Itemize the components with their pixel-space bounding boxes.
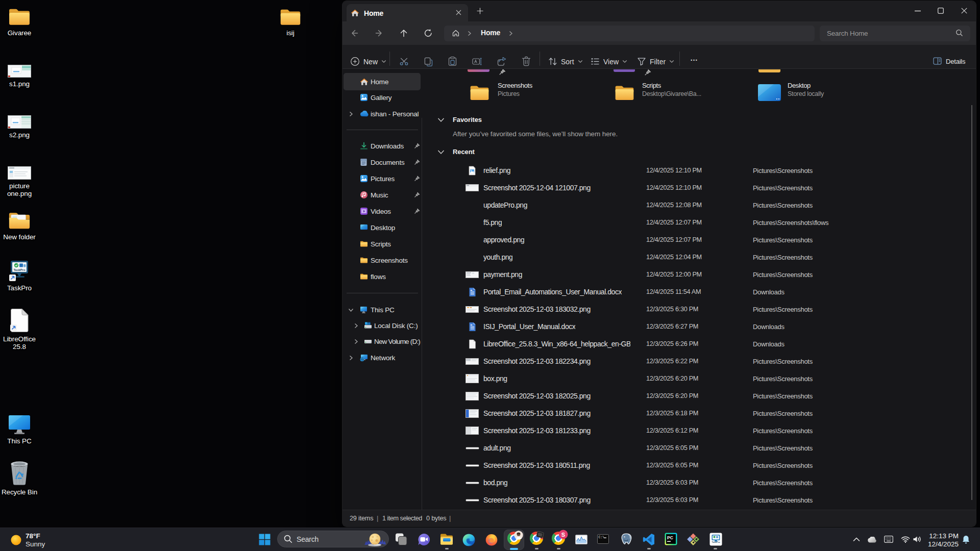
- svg-text:C:\: C:\: [599, 536, 605, 539]
- svg-text:S: S: [561, 532, 565, 538]
- svg-text:PC: PC: [667, 535, 673, 540]
- svg-text:TaskPro: TaskPro: [13, 268, 26, 271]
